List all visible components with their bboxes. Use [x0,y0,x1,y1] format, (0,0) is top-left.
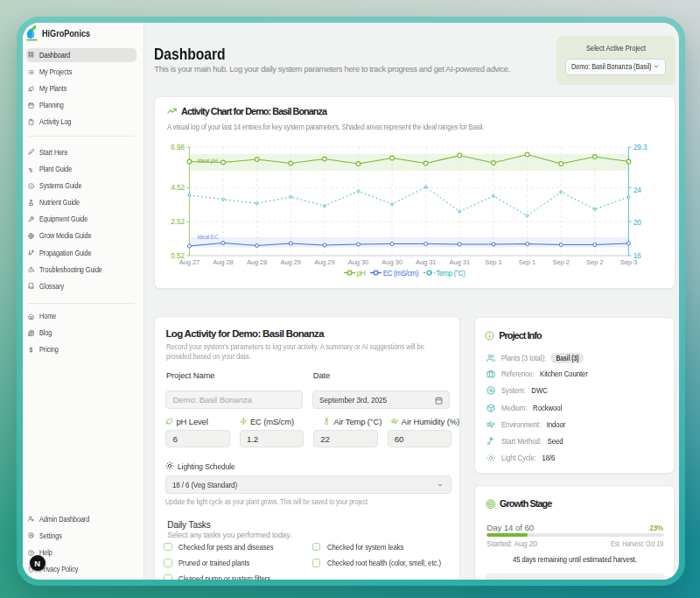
svg-text:Aug 28: Aug 28 [246,258,266,266]
svg-text:Aug 30: Aug 30 [347,258,368,266]
svg-text:Aug 29: Aug 29 [280,258,300,266]
svg-text:Aug 27: Aug 27 [178,258,199,266]
svg-text:20: 20 [633,219,640,227]
svg-text:Sep 3: Sep 3 [620,258,636,266]
svg-text:24: 24 [633,186,640,194]
svg-text:4.52: 4.52 [171,184,185,192]
svg-text:6.98: 6.98 [171,144,185,151]
svg-text:Aug 29: Aug 29 [314,258,334,266]
svg-text:Aug 30: Aug 30 [382,258,402,266]
svg-text:Sep 1: Sep 1 [518,258,535,266]
svg-text:Ideal pH: Ideal pH [197,158,218,165]
svg-text:Ideal EC: Ideal EC [197,234,219,240]
svg-text:29.3: 29.3 [633,144,647,151]
svg-text:Aug 31: Aug 31 [449,258,469,266]
svg-text:Sep 2: Sep 2 [552,258,569,266]
svg-text:Aug 31: Aug 31 [416,258,436,266]
svg-text:2.52: 2.52 [171,218,185,226]
svg-text:Aug 28: Aug 28 [213,258,233,266]
svg-text:Sep 1: Sep 1 [485,258,501,266]
svg-text:Sep 2: Sep 2 [586,258,603,266]
